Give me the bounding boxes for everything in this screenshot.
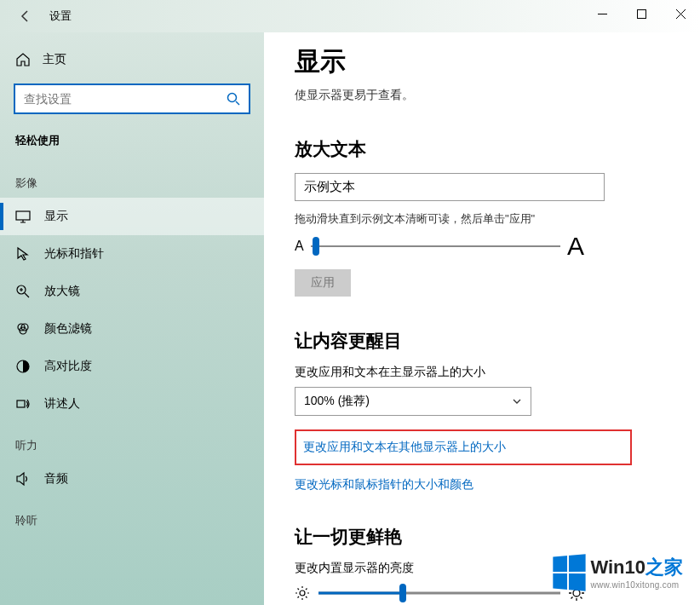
- scale-value: 100% (推荐): [304, 394, 370, 409]
- brightness-slider[interactable]: [318, 583, 560, 603]
- cursor-icon: [15, 246, 31, 262]
- scale-select[interactable]: 100% (推荐): [295, 387, 531, 416]
- sidebar-item-colorfilter[interactable]: 颜色滤镜: [0, 310, 264, 348]
- sidebar-item-magnifier[interactable]: 放大镜: [0, 273, 264, 310]
- svg-point-10: [573, 590, 580, 596]
- svg-rect-8: [17, 400, 25, 407]
- category-header: 轻松使用: [0, 126, 264, 160]
- window-title: 设置: [49, 9, 72, 24]
- link-highlight-box: 更改应用和文本在其他显示器上的大小: [295, 429, 632, 465]
- sun-small-icon: [295, 585, 310, 601]
- sidebar-item-audio[interactable]: 音频: [0, 460, 264, 498]
- sidebar-item-cursor[interactable]: 光标和指针: [0, 235, 264, 273]
- watermark: Win10之家 www.win10xitong.com: [551, 555, 683, 590]
- page-subtitle: 使显示器更易于查看。: [295, 88, 674, 103]
- watermark-url: www.win10xitong.com: [590, 580, 683, 590]
- section-vivid-title: 让一切更鲜艳: [295, 525, 674, 549]
- maximize-button[interactable]: [622, 0, 661, 27]
- close-button[interactable]: [661, 0, 700, 27]
- slider-helper-text: 拖动滑块直到示例文本清晰可读，然后单击"应用": [295, 211, 674, 227]
- back-arrow-icon: [19, 9, 32, 23]
- group-audio-label: 听力: [0, 423, 264, 460]
- svg-point-1: [228, 94, 237, 102]
- home-link[interactable]: 主页: [0, 44, 264, 75]
- small-a-label: A: [295, 239, 304, 254]
- svg-point-9: [300, 591, 305, 596]
- highcontrast-icon: [15, 359, 31, 374]
- back-button[interactable]: [15, 6, 36, 26]
- windows-logo-icon: [554, 554, 586, 591]
- group-speech-label: 聆听: [0, 498, 264, 535]
- speaker-icon: [15, 471, 31, 487]
- sidebar-item-narrator[interactable]: 讲述人: [0, 385, 264, 423]
- monitor-icon: [15, 209, 31, 224]
- apply-button[interactable]: 应用: [295, 269, 351, 297]
- text-size-slider[interactable]: [311, 236, 560, 256]
- narrator-icon: [15, 396, 31, 412]
- svg-rect-0: [637, 9, 645, 18]
- nav-label: 放大镜: [44, 284, 80, 299]
- link-cursor-size[interactable]: 更改光标和鼠标指针的大小和颜色: [295, 477, 674, 493]
- big-a-label: A: [567, 232, 584, 261]
- minimize-icon: [598, 9, 607, 19]
- brightness-fill: [318, 592, 403, 595]
- sidebar-item-highcontrast[interactable]: 高对比度: [0, 348, 264, 385]
- nav-label: 光标和指针: [44, 246, 104, 262]
- slider-thumb[interactable]: [313, 237, 319, 256]
- svg-rect-2: [16, 211, 30, 220]
- nav-label: 讲述人: [44, 396, 80, 412]
- nav-label: 音频: [44, 471, 68, 487]
- page-title: 显示: [295, 44, 674, 79]
- sample-text-box: 示例文本: [295, 173, 605, 201]
- minimize-button[interactable]: [582, 0, 622, 27]
- home-label: 主页: [43, 52, 66, 67]
- brightness-thumb[interactable]: [399, 584, 406, 602]
- search-input[interactable]: [24, 92, 227, 106]
- maximize-icon: [637, 9, 646, 19]
- watermark-brand: Win10之家: [590, 555, 683, 580]
- section-enlarge-title: 放大文本: [295, 137, 674, 161]
- link-other-displays[interactable]: 更改应用和文本在其他显示器上的大小: [303, 440, 623, 455]
- slider-track: [311, 245, 560, 247]
- sidebar-item-display[interactable]: 显示: [0, 198, 264, 235]
- nav-label: 显示: [44, 209, 68, 224]
- content-pane: 显示 使显示器更易于查看。 放大文本 示例文本 拖动滑块直到示例文本清晰可读，然…: [264, 32, 700, 605]
- group-video-label: 影像: [0, 160, 264, 198]
- section-prominence-title: 让内容更醒目: [295, 329, 674, 353]
- nav-label: 高对比度: [44, 359, 92, 374]
- magnifier-icon: [15, 284, 31, 299]
- scale-label: 更改应用和文本在主显示器上的大小: [295, 365, 674, 380]
- nav-label: 颜色滤镜: [44, 321, 92, 337]
- colorfilter-icon: [15, 321, 31, 337]
- chevron-down-icon: [512, 396, 522, 406]
- sidebar: 主页 轻松使用 影像 显示 光标和指针 放大镜 颜色滤镜 高对比度: [0, 32, 264, 605]
- home-icon: [15, 52, 31, 67]
- search-input-wrap[interactable]: [14, 84, 250, 114]
- search-icon: [227, 92, 240, 106]
- close-icon: [676, 9, 686, 19]
